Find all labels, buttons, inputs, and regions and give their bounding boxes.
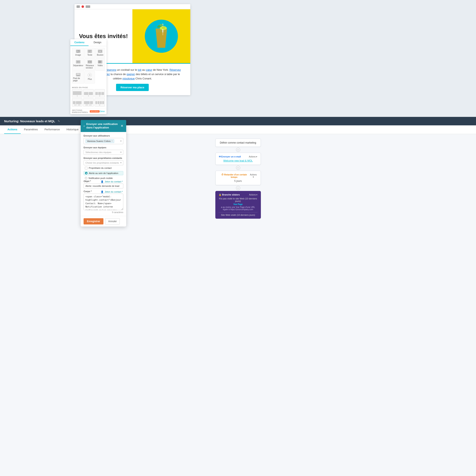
email-link-coeur[interactable]: cœur — [146, 68, 152, 71]
plus-icon: + — [88, 73, 92, 77]
wf-branch-subtitle: Vue Page — [219, 203, 257, 205]
wf-branch-footer-divider: Site Web visité (10 derniers jours) — [219, 212, 257, 216]
content-items-grid: Image Texte Bouton Séparateur Réseaux so… — [70, 46, 106, 85]
modal-back-button[interactable]: ‹ — [84, 124, 85, 128]
body-textarea[interactable]: <span class="modal-highlight-contact">Bo… — [84, 194, 123, 210]
video-icon — [98, 60, 102, 64]
wf-branch-title: 🔒 Branche si/alors — [219, 193, 240, 196]
layout-num-5: 2/3 : 1/3 — [85, 104, 91, 106]
wf-branch-header: 🔒 Branche si/alors Actions ▾ — [219, 193, 257, 196]
subject-label: Objet * — [84, 180, 91, 183]
svg-rect-17 — [79, 61, 79, 63]
workflow-canvas: Définir comme contact marketing + ✉ Envo… — [0, 134, 476, 223]
wf-delay-header: ⏱ Retarder d'un certain temps Actions ▾ — [219, 173, 257, 178]
wf-delay-body: 5 jours — [219, 180, 257, 183]
content-item-social[interactable]: Réseaux sociaux — [85, 58, 95, 71]
user-tag-remove[interactable]: × — [112, 140, 113, 142]
email-toolbar — [74, 4, 190, 9]
wf-connector-plus-1[interactable]: + — [236, 148, 240, 152]
content-item-text-label: Texte — [87, 54, 92, 56]
teams-placeholder: Sélectionnez des équipes — [85, 151, 111, 153]
content-item-separator[interactable]: Séparateur — [72, 58, 84, 71]
content-item-footer[interactable]: Pied de page — [72, 71, 84, 84]
layout-half-2[interactable]: 1/2 : 2/3 — [72, 98, 82, 106]
wf-delay-actions-btn[interactable]: Actions ▾ — [250, 173, 257, 178]
select-arrow-1: ▾ — [120, 140, 121, 142]
modal-header-left: ‹ Envoyer une notification dans l'applic… — [84, 122, 121, 130]
option-alerte[interactable]: Alerte au sein de l'application — [84, 171, 123, 175]
wf-node-marketing: Définir comme contact marketing — [215, 139, 261, 147]
wf-connector-plus-3[interactable]: + — [236, 186, 240, 190]
layout-3[interactable]: 3 — [95, 89, 105, 97]
wf-email-body[interactable]: Welcome new lead & MQL — [219, 159, 257, 162]
wf-branch-actions-btn[interactable]: Actions ▾ — [249, 194, 257, 196]
person-icon-2: 👤 — [101, 190, 104, 193]
option-proprietaire[interactable]: Propriétaire du contact — [84, 166, 123, 170]
tab-parametres[interactable]: Paramètres — [21, 125, 41, 134]
email-link-gagner[interactable]: gagner — [127, 73, 135, 76]
wf-delay-title: ⏱ Retarder d'un certain temps — [219, 173, 250, 178]
radio-push — [85, 177, 87, 179]
email-cta-button[interactable]: Réserver ma place — [116, 84, 149, 91]
send-to-users-select[interactable]: Vanessa Suarez Cobos × ▾ — [84, 138, 123, 144]
subject-input[interactable] — [84, 184, 123, 188]
svg-point-6 — [162, 27, 166, 29]
email-link-reservez[interactable]: Réservez — [170, 68, 181, 71]
option-push[interactable]: Notification push mobile — [84, 176, 123, 180]
email-link-mixologue[interactable]: mixologue — [122, 77, 135, 80]
footer-icon — [76, 73, 81, 76]
modal-cancel-button[interactable]: Annuler — [105, 218, 120, 224]
layout-num-3: 3 — [99, 95, 100, 97]
toolbar-icon-1 — [77, 5, 80, 8]
layout-1[interactable]: 1 — [72, 89, 82, 97]
svg-rect-10 — [88, 50, 91, 51]
tab-contenu[interactable]: Contenu — [70, 39, 88, 46]
workflow-tabs: Actions Paramètres Performance Historiqu… — [0, 125, 476, 134]
separator-icon — [76, 60, 81, 64]
modal-body: Envoyer aux utilisateurs Vanessa Suarez … — [81, 132, 126, 216]
layout-2-half[interactable]: 2/3 : 1/3 — [83, 98, 94, 106]
svg-rect-21 — [99, 61, 101, 63]
modal-close-button[interactable]: ✕ — [121, 124, 123, 128]
tab-historique[interactable]: Historique — [63, 125, 82, 134]
content-item-video[interactable]: Vidéo — [95, 58, 105, 71]
select-arrow-2: ▾ — [120, 151, 121, 153]
tab-actions[interactable]: Actions — [4, 125, 21, 134]
svg-marker-22 — [101, 61, 102, 62]
modal-save-button[interactable]: Enregistrer — [84, 218, 103, 224]
content-item-button[interactable]: Bouton — [95, 48, 105, 58]
wf-node-branch: 🔒 Branche si/alors Actions ▾ N'a pas vis… — [215, 191, 261, 219]
send-to-teams-select[interactable]: Sélectionnez des équipes ▾ — [84, 150, 123, 155]
edit-icon[interactable]: ✎ — [58, 119, 60, 123]
subject-token-link[interactable]: 👤 Jeton du contact * — [101, 180, 123, 183]
content-item-text[interactable]: Texte — [85, 48, 95, 58]
tab-design[interactable]: Design — [88, 39, 107, 46]
body-label: Corps * — [84, 190, 92, 193]
char-count: 9 caractères — [84, 211, 123, 214]
svg-rect-20 — [90, 61, 91, 63]
toolbar-icon-2 — [82, 5, 84, 8]
email-link-toit[interactable]: toit — [138, 68, 141, 71]
svg-rect-12 — [88, 52, 91, 52]
svg-rect-24 — [77, 75, 80, 76]
wf-connector-plus-2[interactable]: + — [236, 166, 240, 170]
sections-manage[interactable]: Gérer — [100, 110, 105, 113]
send-to-users-label: Envoyer aux utilisateurs — [84, 135, 123, 137]
send-to-owners-select[interactable]: Choisir les propriétaires existants ▾ — [84, 160, 123, 165]
wf-node-email: ✉ Envoyer un e-mail Actions ▾ Welcome ne… — [215, 153, 261, 165]
layout-num-6: 4 — [99, 104, 100, 106]
person-icon: 👤 — [101, 180, 104, 183]
content-item-more[interactable]: + Plus — [85, 71, 95, 84]
tab-performance[interactable]: Performance — [41, 125, 63, 134]
layout-4[interactable]: 4 — [95, 98, 105, 106]
body-token-link[interactable]: 👤 Jeton du contact * — [101, 190, 123, 193]
workflow-header: Nurturing: Nouveaux leads et MQL ✎ — [0, 117, 476, 125]
wf-email-actions-btn[interactable]: Actions ▾ — [249, 155, 257, 158]
wf-email-icon-title: ✉ Envoyer un e-mail — [219, 155, 241, 158]
layout-2[interactable]: 2 — [83, 89, 94, 97]
svg-rect-11 — [88, 51, 90, 51]
toolbar-icon-3 — [86, 5, 90, 8]
content-item-image[interactable]: Image — [72, 48, 84, 58]
user-tag: Vanessa Suarez Cobos × — [85, 139, 114, 143]
send-to-owners-label: Envoyer aux propriétaires existants — [84, 157, 123, 159]
